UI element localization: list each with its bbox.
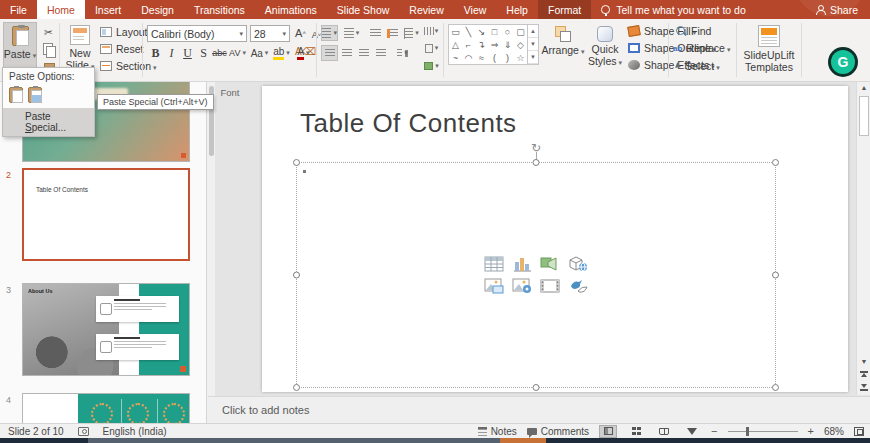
content-placeholder[interactable]: ↻ (296, 162, 776, 388)
shape-cell[interactable]: ⇒ (488, 38, 501, 51)
select-button[interactable]: Select (676, 60, 720, 72)
copy-button[interactable] (40, 42, 57, 58)
text-direction-button[interactable] (423, 23, 440, 39)
numbering-button[interactable] (343, 25, 360, 41)
tab-transitions[interactable]: Transitions (184, 0, 255, 19)
thumbnail-panel-scrollbar[interactable] (207, 82, 215, 423)
shape-cell[interactable]: ▢ (514, 25, 527, 38)
previous-slide-button[interactable] (859, 371, 869, 382)
zoom-percentage[interactable]: 68% (824, 426, 844, 437)
shape-cell[interactable]: ▭ (449, 25, 462, 38)
convert-smartart-button[interactable] (423, 58, 440, 74)
insert-3d-model-icon[interactable] (568, 256, 588, 272)
insert-icons-icon[interactable] (568, 278, 588, 294)
strikethrough-button[interactable]: abc (211, 45, 228, 61)
increase-indent-button[interactable] (384, 25, 401, 41)
shape-cell[interactable]: ) (501, 51, 514, 64)
line-spacing-button[interactable] (403, 25, 420, 41)
resize-handle-top-left[interactable] (293, 159, 300, 166)
insert-picture-icon[interactable] (484, 278, 504, 294)
shape-cell[interactable]: ( (488, 51, 501, 64)
shape-cell[interactable]: ↴ (475, 38, 488, 51)
tab-help[interactable]: Help (496, 0, 538, 19)
section-button[interactable]: Section (100, 60, 157, 72)
insert-stock-image-icon[interactable] (512, 278, 532, 294)
tab-home[interactable]: Home (37, 0, 85, 19)
zoom-out-button[interactable]: − (711, 425, 717, 437)
resize-handle-top-right[interactable] (772, 159, 779, 166)
highlight-color-button[interactable]: ab (273, 45, 290, 61)
thumbnail-slide-2[interactable]: Table Of Contents (22, 168, 190, 261)
tab-slideshow[interactable]: Slide Show (327, 0, 400, 19)
rotate-handle-icon[interactable]: ↻ (531, 141, 541, 155)
insert-chart-icon[interactable] (512, 256, 532, 272)
reset-button[interactable]: Reset (100, 43, 143, 55)
tab-review[interactable]: Review (399, 0, 453, 19)
layout-button[interactable]: Layout (100, 26, 153, 38)
scroll-up-icon[interactable]: ▲ (528, 25, 538, 38)
insert-table-icon[interactable] (484, 256, 504, 272)
tab-insert[interactable]: Insert (85, 0, 131, 19)
scrollbar-thumb[interactable] (859, 96, 869, 136)
tell-me-box[interactable]: Tell me what you want to do (591, 0, 756, 19)
shape-cell[interactable]: □ (488, 25, 501, 38)
decrease-indent-button[interactable] (367, 25, 384, 41)
slideuplift-templates-button[interactable]: SlideUpLift Templates (741, 22, 797, 73)
shapes-gallery-scroll[interactable]: ▲ ▼ ▼ (527, 24, 539, 65)
shape-cell[interactable]: △ (449, 38, 462, 51)
resize-handle-middle-right[interactable] (772, 272, 779, 279)
change-case-button[interactable]: Aa (251, 45, 268, 61)
font-name-combo[interactable]: Calibri (Body)▾ (147, 25, 247, 42)
shape-cell[interactable]: ☆ (514, 51, 527, 64)
paste-as-picture-option[interactable] (28, 87, 42, 103)
zoom-slider-thumb[interactable] (746, 427, 749, 436)
resize-handle-bottom-right[interactable] (772, 384, 779, 391)
gallery-more-icon[interactable]: ▼ (528, 51, 538, 64)
shape-cell[interactable]: ⇓ (501, 38, 514, 51)
tab-view[interactable]: View (454, 0, 497, 19)
shape-cell[interactable]: ◠ (462, 51, 475, 64)
shape-cell[interactable]: ◇ (514, 38, 527, 51)
language-indicator[interactable]: English (India) (103, 426, 167, 437)
shape-cell[interactable]: ╲ (462, 25, 475, 38)
normal-view-button[interactable] (599, 425, 617, 438)
scroll-down-icon[interactable]: ▼ (859, 358, 869, 365)
grammarly-icon[interactable]: G (828, 47, 858, 77)
comments-toggle-button[interactable]: Comments (527, 426, 589, 437)
thumbnail-slide-4[interactable] (22, 393, 190, 423)
font-size-combo[interactable]: 28▾ (250, 25, 290, 42)
resize-handle-top-center[interactable] (533, 159, 540, 166)
align-left-button[interactable] (321, 45, 338, 61)
find-button[interactable]: Find (676, 25, 711, 37)
tab-format[interactable]: Format (538, 0, 591, 19)
bullets-button[interactable] (321, 25, 338, 41)
tab-animations[interactable]: Animations (255, 0, 327, 19)
zoom-slider[interactable] (728, 431, 798, 432)
paste-keep-formatting-option[interactable] (9, 87, 23, 103)
shape-cell[interactable]: ○ (501, 25, 514, 38)
replace-button[interactable]: ab Replace (673, 42, 730, 54)
char-spacing-button[interactable]: AV (229, 45, 246, 61)
resize-handle-bottom-center[interactable] (533, 384, 540, 391)
reading-view-button[interactable] (655, 425, 673, 438)
shape-cell[interactable]: ⌐ (462, 38, 475, 51)
underline-button[interactable]: U (179, 45, 196, 61)
notes-toggle-button[interactable]: Notes (478, 426, 517, 437)
align-center-button[interactable] (338, 45, 355, 61)
shape-cell[interactable]: ↘ (475, 25, 488, 38)
slide-sorter-view-button[interactable] (627, 425, 645, 438)
paste-special-menu-item[interactable]: Paste Special... (3, 108, 94, 136)
cut-button[interactable]: ✂ (40, 24, 57, 40)
slideshow-view-button[interactable] (683, 425, 701, 438)
tab-design[interactable]: Design (131, 0, 184, 19)
scroll-up-icon[interactable]: ▲ (859, 84, 869, 91)
slide-canvas[interactable]: Table Of Contents ↻ (262, 86, 848, 392)
italic-button[interactable]: I (163, 45, 180, 61)
resize-handle-middle-left[interactable] (293, 272, 300, 279)
fit-slide-to-window-icon[interactable] (854, 427, 864, 436)
justify-button[interactable] (372, 45, 389, 61)
slide-title-text[interactable]: Table Of Contents (300, 108, 517, 139)
shapes-gallery[interactable]: ▭ ╲ ↘ □ ○ ▢ △ ⌐ ↴ ⇒ ⇓ ◇ ~ ◠ ≈ ( ) ☆ (448, 24, 528, 65)
align-text-button[interactable] (423, 40, 440, 56)
bold-button[interactable]: B (147, 45, 164, 61)
